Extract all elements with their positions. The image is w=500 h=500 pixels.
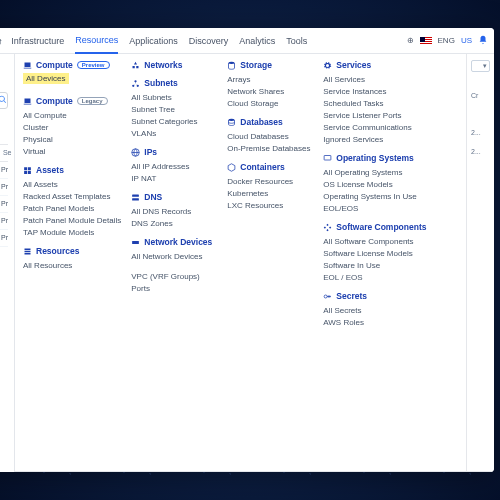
menu-item[interactable]: Ignored Services [323,133,426,145]
menu-item[interactable]: Arrays [227,73,313,85]
menu-item[interactable]: EOL / EOS [323,271,426,283]
menu-item[interactable]: All Services [323,73,426,85]
group-heading-networks[interactable]: Networks [131,60,217,70]
cell-se: Pr [1,183,8,191]
menu-item[interactable]: DNS Zones [131,217,217,229]
nav-analytics[interactable]: Analytics [239,28,275,53]
menu-item[interactable]: Cloud Storage [227,97,313,109]
group-heading-storage[interactable]: Storage [227,60,313,70]
compute-icon [23,97,32,106]
menu-item[interactable]: All IP Addresses [131,160,217,172]
menu-item[interactable]: VLANs [131,127,217,139]
menu-item[interactable]: Kubernetes [227,187,313,199]
svg-rect-3 [132,194,139,196]
menu-item[interactable]: Patch Panel Models [23,202,121,214]
menu-item[interactable]: Racked Asset Templates [23,190,121,202]
search-icon[interactable] [0,95,7,106]
group-heading-network-devices[interactable]: Network Devices [131,237,217,247]
group-heading-services[interactable]: Services [323,60,426,70]
menu-item[interactable]: IP NAT [131,172,217,184]
menu-item[interactable]: Cloud Databases [227,130,313,142]
val-2a: 2... [471,129,490,136]
menu-item[interactable]: Docker Resources [227,175,313,187]
menu-item[interactable]: All Operating Systems [323,166,426,178]
menu-item[interactable]: EOL/EOS [323,202,426,214]
cell-se: Pr [1,166,8,174]
menu-item[interactable]: Software In Use [323,259,426,271]
menu-item[interactable]: Scheduled Tasks [323,97,426,109]
menu-item[interactable]: Virtual [23,145,121,157]
group-heading-assets[interactable]: Assets [23,165,121,175]
nav-resources[interactable]: Resources [75,28,118,54]
locale-lang: ENG [438,36,455,45]
nav-applications[interactable]: Applications [129,28,178,53]
svg-point-8 [229,61,235,63]
menu-item[interactable]: All Software Components [323,235,426,247]
menu-item[interactable]: Service Communications [323,121,426,133]
menu-item[interactable]: Software License Models [323,247,426,259]
locale-switcher[interactable]: ⊕ ENGUS [407,35,488,47]
group-compute-preview: Compute Preview All Devices [23,60,121,88]
body: evices Select All 0 items selected ☐ Nam… [0,54,494,472]
menu-item[interactable]: VPC (VRF Groups) [131,270,217,282]
menu-item[interactable]: All Assets [23,178,121,190]
menu-item[interactable]: All Network Devices [131,250,217,262]
table-header: ☐ Name Type Se [0,144,8,162]
group-heading-resources[interactable]: Resources [23,246,121,256]
menu-item[interactable]: Subnet Categories [131,115,217,127]
table-row[interactable]: ☐d42cls-1618virtualPr [0,162,8,179]
software-icon [323,223,332,232]
compute-icon [23,61,32,70]
nav-discovery[interactable]: Discovery [189,28,229,53]
assets-icon [23,166,32,175]
table-row[interactable]: ☐hyperva01.p...clusterPr [0,196,8,213]
col-se[interactable]: Se [3,149,12,157]
nav-tools[interactable]: Tools [286,28,307,53]
menu-item[interactable]: Service Listener Ports [323,109,426,121]
menu-item[interactable]: All DNS Records [131,205,217,217]
menu-item[interactable]: TAP Module Models [23,226,121,238]
bell-icon[interactable] [478,35,488,47]
menu-item[interactable]: On-Premise Databases [227,142,313,154]
app-window: VICE42 Infrastructure Resources Applicat… [0,28,494,472]
group-heading-compute-legacy[interactable]: Compute Legacy [23,96,121,106]
table-body: ☐d42cls-1618virtualPr☐d42cls-2virtualPr☐… [0,162,8,247]
menu-item[interactable]: Service Instances [323,85,426,97]
all-devices-link[interactable]: All Devices [23,73,69,84]
menu-item[interactable]: LXC Resources [227,199,313,211]
search-box[interactable] [0,92,8,109]
menu-item[interactable]: Physical [23,133,121,145]
menu-item[interactable]: Subnet Tree [131,103,217,115]
preview-badge: Preview [77,61,110,69]
group-heading-ips[interactable]: IPs [131,147,217,157]
group-heading-software[interactable]: Software Components [323,222,426,232]
menu-item[interactable]: All Compute [23,109,121,121]
cell-se: Pr [1,200,8,208]
group-heading-databases[interactable]: Databases [227,117,313,127]
menu-item[interactable]: Ports [131,282,217,294]
group-heading-dns[interactable]: DNS [131,192,217,202]
group-heading-os[interactable]: Operating Systems [323,153,426,163]
menu-item[interactable]: Operating Systems In Use [323,190,426,202]
home-icon[interactable] [0,36,3,46]
group-heading-secrets[interactable]: Secrets [323,291,426,301]
group-heading-compute[interactable]: Compute Preview [23,60,121,70]
table-row[interactable]: ☐W2K16WD4...virtualPr [0,230,8,247]
menu-item[interactable]: All Resources [23,259,121,271]
menu-item[interactable]: Patch Panel Module Details [23,214,121,226]
menu-item[interactable]: Network Shares [227,85,313,97]
menu-item[interactable]: AWS Roles [323,316,426,328]
group-heading-containers[interactable]: Containers [227,162,313,172]
main-nav: Infrastructure Resources Applications Di… [11,28,406,53]
menu-item[interactable]: Cluster [23,121,121,133]
group-heading-subnets[interactable]: Subnets [131,78,217,88]
group-resources: Resources All Resources [23,246,121,271]
nav-infrastructure[interactable]: Infrastructure [11,28,64,53]
menu-item[interactable]: All Subnets [131,91,217,103]
menu-item[interactable]: OS License Models [323,178,426,190]
dropdown-fragment[interactable]: ▾ [471,60,490,72]
table-row[interactable]: ☐d42cls-2virtualPr [0,179,8,196]
table-row[interactable]: ☐W2K16WD3...virtualPr [0,213,8,230]
menu-item[interactable]: All Secrets [323,304,426,316]
mega-col-2: Networks SubnetsAll SubnetsSubnet TreeSu… [131,60,217,465]
